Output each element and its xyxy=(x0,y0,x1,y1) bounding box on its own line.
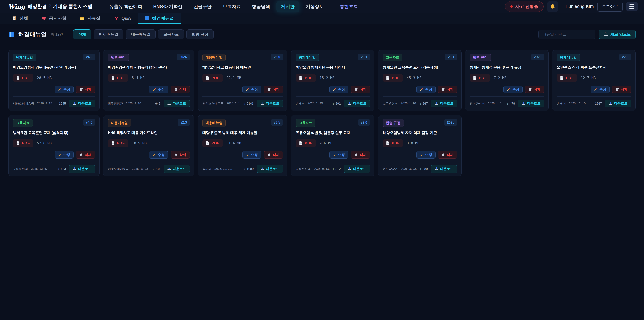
topnav-item-2[interactable]: HNS·대기확산 xyxy=(148,1,187,12)
download-button[interactable]: 다운로드 xyxy=(431,165,457,173)
trash-icon xyxy=(442,153,445,157)
delete-button[interactable]: 삭제 xyxy=(438,151,457,159)
download-button[interactable]: 다운로드 xyxy=(344,100,370,107)
manual-title: 해양오염방제 업무매뉴얼 (2026 개정판) xyxy=(13,65,95,70)
filter-chip-3[interactable]: 대응매뉴얼 xyxy=(126,29,156,39)
file-type-label: PDF xyxy=(117,141,125,145)
download-button[interactable]: 다운로드 xyxy=(431,100,457,107)
delete-button[interactable]: 삭제 xyxy=(438,86,457,93)
board-tab-label: 해경매뉴얼 xyxy=(152,16,174,21)
delete-button[interactable]: 삭제 xyxy=(170,86,190,93)
clipboard-icon xyxy=(12,16,17,21)
delete-button[interactable]: 삭제 xyxy=(351,151,370,159)
topnav-item-6[interactable]: 게시판 xyxy=(276,1,299,12)
download-button[interactable]: 다운로드 xyxy=(164,165,190,173)
department-label: 법무담당관 xyxy=(383,167,398,171)
delete-button[interactable]: 삭제 xyxy=(76,151,95,159)
filter-chip-2[interactable]: 방제매뉴얼 xyxy=(94,29,124,39)
topnav-item-4[interactable]: 보고자료 xyxy=(218,1,246,12)
delete-button[interactable]: 삭제 xyxy=(76,86,95,93)
download-count: ↓ 734 xyxy=(152,167,160,171)
board-tab-3[interactable]: 자료실 xyxy=(73,13,107,24)
edit-button[interactable]: 수정 xyxy=(242,86,262,93)
version-badge: v5.0 xyxy=(271,54,283,60)
edit-button[interactable]: 수정 xyxy=(54,86,74,93)
department-label: 해양오염대응국 xyxy=(108,167,129,171)
download-button[interactable]: 다운로드 xyxy=(69,100,95,107)
edit-button[interactable]: 수정 xyxy=(54,151,74,159)
edit-button[interactable]: 수정 xyxy=(416,151,436,159)
document-icon xyxy=(386,76,390,80)
edit-button[interactable]: 수정 xyxy=(590,86,610,93)
download-button[interactable]: 다운로드 xyxy=(518,100,544,107)
filter-chip-1[interactable]: 전체 xyxy=(73,29,91,39)
download-button[interactable]: 다운로드 xyxy=(257,100,283,107)
file-size: 52.8 MB xyxy=(37,141,52,145)
search-input[interactable] xyxy=(538,30,595,39)
version-badge: v6.1 xyxy=(445,54,457,60)
version-badge: v3.5 xyxy=(271,119,283,126)
download-button[interactable]: 다운로드 xyxy=(344,165,370,173)
trash-icon xyxy=(80,153,83,157)
edit-button[interactable]: 수정 xyxy=(242,151,262,159)
edit-button[interactable]: 수정 xyxy=(330,86,348,93)
upload-date: 2025. 11. 15. xyxy=(132,167,150,171)
category-badge: 대응매뉴얼 xyxy=(202,54,226,61)
hamburger-menu-button[interactable] xyxy=(626,2,638,12)
manual-card-4: 방제매뉴얼 v3.1 해양오염 방제자원 운용 지침서 PDF 15.2 MB … xyxy=(291,50,374,111)
download-button[interactable]: 다운로드 xyxy=(164,100,190,107)
file-type-label: PDF xyxy=(117,76,125,80)
pdf-chip: PDF xyxy=(202,139,223,147)
filter-chip-4[interactable]: 교육자료 xyxy=(158,29,184,39)
upload-button[interactable]: 새로 업로드 xyxy=(599,30,636,39)
topnav-item-7[interactable]: 기상정보 xyxy=(301,1,328,12)
pdf-chip: PDF xyxy=(108,139,128,147)
topnav-item-1[interactable]: 유출유 확산예측 xyxy=(104,1,147,12)
delete-button[interactable]: 삭제 xyxy=(170,151,190,159)
download-tray-icon xyxy=(167,102,171,106)
category-badge: 법령·규정 xyxy=(108,54,129,61)
download-button[interactable]: 다운로드 xyxy=(257,165,283,173)
version-badge: v2.8 xyxy=(619,54,631,60)
filter-chip-5[interactable]: 법령·규정 xyxy=(186,29,214,39)
version-badge: v4.0 xyxy=(83,119,95,126)
category-badge: 대응매뉴얼 xyxy=(108,119,131,127)
topnav-item-3[interactable]: 긴급구난 xyxy=(189,1,216,12)
version-badge: v2.3 xyxy=(178,119,190,126)
document-icon xyxy=(206,76,209,80)
edit-button[interactable]: 수정 xyxy=(149,86,168,93)
file-size: 15.2 MB xyxy=(320,76,334,80)
pencil-icon xyxy=(333,88,336,91)
app-title: 해양환경 위기대응 통합시스템 xyxy=(28,3,92,10)
logout-button[interactable]: 로그아웃 xyxy=(598,2,622,12)
delete-button[interactable]: 삭제 xyxy=(351,86,370,93)
notifications-button[interactable] xyxy=(547,1,558,12)
manual-card-5: 교육자료 v6.1 방제요원 교육훈련 교재 (기본과정) PDF 45.3 M… xyxy=(378,50,462,111)
pdf-chip: PDF xyxy=(296,74,316,82)
delete-button[interactable]: 삭제 xyxy=(264,86,283,93)
edit-button[interactable]: 수정 xyxy=(504,86,522,93)
delete-button[interactable]: 삭제 xyxy=(612,86,631,93)
upload-date: 2025. 12. 10. xyxy=(569,102,586,105)
edit-button[interactable]: 수정 xyxy=(416,86,436,93)
edit-button[interactable]: 수정 xyxy=(330,151,348,159)
topnav-item-integrated-search[interactable]: 통합조회 xyxy=(336,1,362,12)
download-button[interactable]: 다운로드 xyxy=(605,100,631,107)
delete-button[interactable]: 삭제 xyxy=(525,86,544,93)
category-badge: 법령·규정 xyxy=(470,54,491,61)
board-tab-label: 전체 xyxy=(19,16,28,21)
download-tray-icon xyxy=(347,102,351,106)
upload-date: 2025. 9. 18. xyxy=(314,167,330,171)
download-tray-icon xyxy=(260,167,264,171)
manual-card-2: 법령·규정 2026 해양환경관리법 시행규칙 (방제 관련) PDF 5.4 … xyxy=(103,50,194,111)
board-tab-4[interactable]: ?Q&A xyxy=(107,13,138,24)
pencil-icon xyxy=(152,88,156,91)
edit-button[interactable]: 수정 xyxy=(149,151,168,159)
download-button[interactable]: 다운로드 xyxy=(69,165,95,173)
board-tab-1[interactable]: 전체 xyxy=(5,13,35,24)
topnav-item-5[interactable]: 항공탐색 xyxy=(247,1,275,12)
trash-icon xyxy=(528,88,532,91)
delete-button[interactable]: 삭제 xyxy=(264,151,283,159)
board-tab-5[interactable]: 해경매뉴얼 xyxy=(138,13,180,24)
board-tab-2[interactable]: 공지사항 xyxy=(35,13,73,24)
